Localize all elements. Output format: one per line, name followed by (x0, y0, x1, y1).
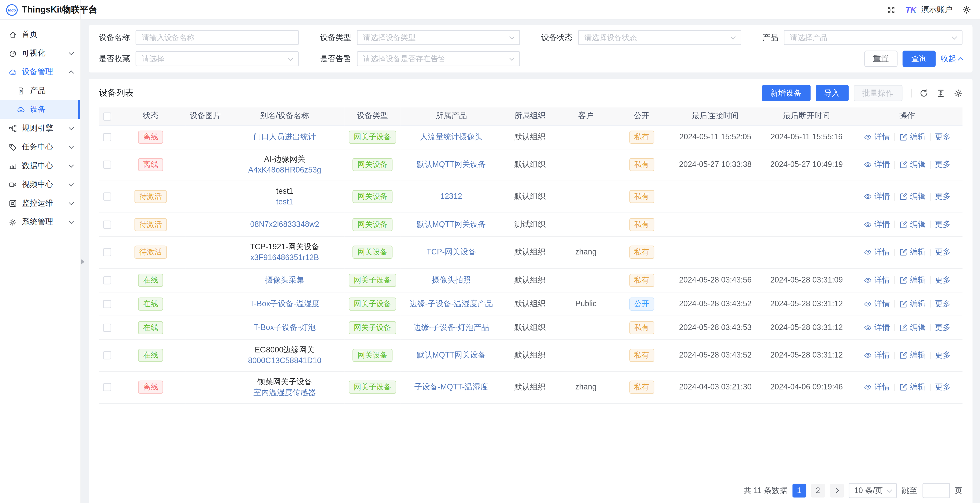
edit-link[interactable]: 编辑 (899, 191, 926, 202)
public-cell: 私有 (614, 149, 670, 181)
detail-link[interactable]: 详情 (864, 298, 890, 309)
sidebar-item-rule-engine[interactable]: 规则引擎 (0, 119, 80, 137)
row-checkbox[interactable] (103, 221, 111, 229)
edit-link[interactable]: 编辑 (899, 247, 926, 258)
sidebar-item-task-center[interactable]: 任务中心 (0, 138, 80, 156)
sidebar-item-data-center[interactable]: 数据中心 (0, 156, 80, 175)
row-checkbox[interactable] (103, 300, 111, 308)
product-link[interactable]: 人流量统计摄像头 (403, 132, 500, 142)
fullscreen-icon[interactable] (887, 5, 896, 14)
more-link[interactable]: 更多 (935, 298, 951, 309)
collapse-filter-link[interactable]: 收起 (941, 53, 963, 64)
sidebar-item-video-center[interactable]: 视频中心 (0, 175, 80, 194)
product-link[interactable]: 默认MQTT网关设备 (403, 159, 500, 170)
more-link[interactable]: 更多 (935, 219, 951, 230)
batch-actions-button[interactable]: 批量操作 (853, 85, 902, 101)
filter-device-name-input[interactable]: 请输入设备名称 (135, 30, 299, 45)
product-link[interactable]: 边缘-子设备-温湿度产品 (403, 298, 500, 309)
next-page-button[interactable] (830, 484, 843, 498)
page-button-1[interactable]: 1 (792, 484, 806, 498)
device-name-link[interactable]: 室内温湿度传感器 (228, 387, 342, 398)
edit-link[interactable]: 编辑 (899, 159, 926, 170)
device-name-link[interactable]: 08N7x2l6833348w2 (228, 219, 342, 230)
product-link[interactable]: 摄像头拍照 (403, 275, 500, 285)
edit-link[interactable]: 编辑 (899, 382, 926, 393)
sidebar-collapse-handle[interactable] (81, 257, 87, 266)
filter-device-type-select[interactable]: 请选择设备类型 (357, 30, 520, 45)
more-link[interactable]: 更多 (935, 191, 951, 202)
reset-button[interactable]: 重置 (864, 51, 897, 67)
add-device-button[interactable]: 新增设备 (762, 85, 810, 101)
product-link[interactable]: 子设备-MQTT-温湿度 (403, 382, 500, 393)
row-checkbox[interactable] (103, 133, 111, 141)
page-button-2[interactable]: 2 (811, 484, 825, 498)
user-menu[interactable]: TK 演示账户 (905, 4, 953, 16)
edit-link[interactable]: 编辑 (899, 132, 926, 142)
device-name-link[interactable]: 8000C13C58841D10 (228, 355, 342, 366)
detail-link[interactable]: 详情 (864, 322, 890, 333)
sidebar-item-product[interactable]: P产品 (0, 81, 80, 100)
row-height-icon[interactable] (936, 89, 945, 98)
detail-link[interactable]: 详情 (864, 275, 890, 285)
edit-link[interactable]: 编辑 (899, 219, 926, 230)
device-name-link[interactable]: T-Box子设备-灯泡 (228, 322, 342, 333)
device-name-link[interactable]: 摄像头采集 (228, 275, 342, 285)
product-link[interactable]: 默认MQTT网关设备 (403, 350, 500, 361)
more-link[interactable]: 更多 (935, 275, 951, 285)
select-all-checkbox[interactable] (103, 112, 111, 121)
sidebar-item-home[interactable]: 首页 (0, 25, 80, 44)
row-checkbox[interactable] (103, 323, 111, 332)
detail-link[interactable]: 详情 (864, 247, 890, 258)
device-name-link[interactable]: A4xK48o8HR06z53g (228, 165, 342, 175)
product-link[interactable]: TCP-网关设备 (403, 247, 500, 258)
detail-link[interactable]: 详情 (864, 219, 890, 230)
edit-link[interactable]: 编辑 (899, 298, 926, 309)
filter-device-status-select[interactable]: 请选择设备状态 (578, 30, 741, 45)
detail-link[interactable]: 详情 (864, 382, 890, 393)
edit-link[interactable]: 编辑 (899, 350, 926, 361)
filter-favorite-select[interactable]: 请选择 (135, 51, 299, 66)
row-checkbox[interactable] (103, 352, 111, 360)
more-link[interactable]: 更多 (935, 350, 951, 361)
device-name-link[interactable]: 门口人员进出统计 (228, 132, 342, 142)
filter-alarm-select[interactable]: 请选择设备是否存在告警 (357, 51, 520, 66)
device-name-link[interactable]: test1 (228, 196, 342, 207)
detail-link[interactable]: 详情 (864, 159, 890, 170)
menu-fold-icon[interactable] (88, 5, 97, 14)
sidebar-item-visualization[interactable]: 可视化 (0, 44, 80, 62)
product-link[interactable]: 12312 (403, 191, 500, 202)
more-link[interactable]: 更多 (935, 159, 951, 170)
more-link[interactable]: 更多 (935, 132, 951, 142)
row-checkbox[interactable] (103, 383, 111, 392)
org-cell: 测试组织 (502, 213, 558, 236)
refresh-icon[interactable] (919, 89, 928, 98)
device-name-link[interactable]: T-Box子设备-温湿度 (228, 298, 342, 309)
more-link[interactable]: 更多 (935, 322, 951, 333)
product-link[interactable]: 边缘-子设备-灯泡产品 (403, 322, 500, 333)
filter-product-select[interactable]: 请选择产品 (784, 30, 963, 45)
edit-link[interactable]: 编辑 (899, 275, 926, 285)
product-link[interactable]: 默认MQTT网关设备 (403, 219, 500, 230)
detail-link[interactable]: 详情 (864, 350, 890, 361)
status-cell: 待激活 (116, 236, 186, 268)
device-name-link[interactable]: x3F916486351r12B (228, 252, 342, 263)
sidebar-item-device-management[interactable]: 设备管理 (0, 62, 80, 81)
more-link[interactable]: 更多 (935, 247, 951, 258)
page-size-select[interactable]: 10 条/页 (849, 483, 897, 498)
sidebar-item-device[interactable]: 设备 (0, 100, 80, 119)
jump-page-input[interactable] (922, 483, 950, 498)
sidebar-item-system-management[interactable]: 系统管理 (0, 213, 80, 231)
detail-link[interactable]: 详情 (864, 191, 890, 202)
sidebar-item-monitor-ops[interactable]: 监控运维 (0, 194, 80, 212)
table-settings-icon[interactable] (953, 89, 963, 98)
import-button[interactable]: 导入 (815, 85, 849, 101)
row-checkbox[interactable] (103, 161, 111, 169)
row-checkbox[interactable] (103, 193, 111, 201)
row-checkbox[interactable] (103, 276, 111, 284)
settings-icon[interactable] (962, 5, 971, 14)
detail-link[interactable]: 详情 (864, 132, 890, 142)
edit-link[interactable]: 编辑 (899, 322, 926, 333)
query-button[interactable]: 查询 (902, 51, 935, 67)
row-checkbox[interactable] (103, 248, 111, 256)
more-link[interactable]: 更多 (935, 382, 951, 393)
